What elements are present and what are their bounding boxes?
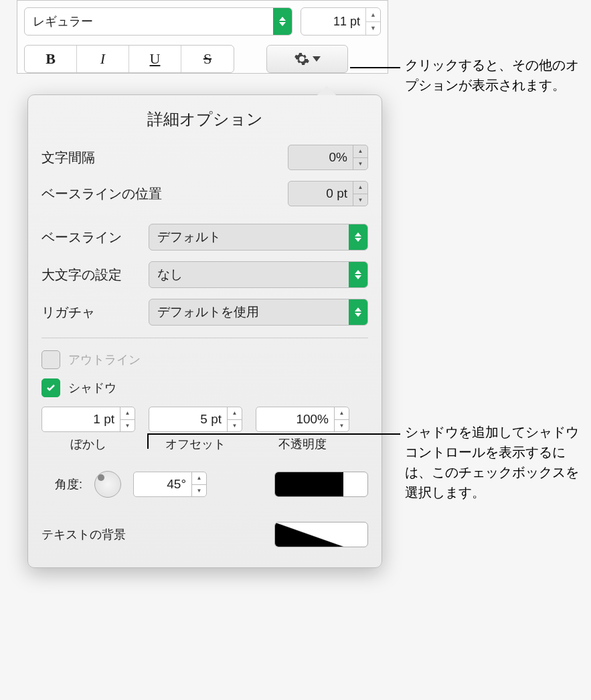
dropdown-arrows-icon: [349, 299, 367, 325]
shadow-checkbox[interactable]: [41, 378, 60, 397]
blur-stepper[interactable]: ▲▼: [120, 407, 135, 431]
outline-label: アウトライン: [68, 352, 141, 368]
dropdown-arrows-icon: [349, 262, 367, 287]
char-spacing-field[interactable]: 0% ▲▼: [288, 145, 368, 170]
shadow-label: シャドウ: [68, 380, 116, 396]
svg-marker-0: [279, 17, 286, 21]
font-size-field[interactable]: 11 pt ▲▼: [301, 7, 381, 36]
font-style-select[interactable]: レギュラー: [24, 7, 292, 36]
shadow-color-well[interactable]: [274, 472, 368, 497]
angle-label: 角度:: [55, 476, 82, 492]
color-swatch: [275, 472, 343, 496]
callout-shadow: シャドウを追加してシャドウコントロールを表示するには、このチェックボックスを選択…: [405, 422, 586, 502]
outline-checkbox[interactable]: [41, 350, 60, 369]
char-spacing-label: 文字間隔: [41, 149, 288, 167]
strike-button[interactable]: S: [181, 46, 234, 72]
baseline-shift-stepper[interactable]: ▲▼: [353, 182, 367, 206]
angle-field[interactable]: 45° ▲▼: [133, 472, 207, 497]
svg-marker-5: [355, 270, 361, 274]
svg-marker-7: [355, 307, 361, 311]
callout-gear: クリックすると、その他のオプションが表示されます。: [405, 55, 579, 95]
callout-line: [350, 67, 400, 68]
gear-icon: [294, 51, 310, 67]
advanced-options-button[interactable]: [266, 45, 348, 73]
angle-dial[interactable]: [94, 471, 121, 498]
font-style-value: レギュラー: [33, 13, 93, 29]
popover-title: 詳細オプション: [41, 109, 368, 130]
italic-button[interactable]: I: [77, 46, 129, 72]
font-size-value: 11 pt: [301, 15, 365, 29]
font-size-stepper[interactable]: ▲▼: [365, 8, 380, 35]
textbg-label: テキストの背景: [41, 527, 126, 543]
dropdown-arrows-icon: [349, 224, 367, 250]
underline-button[interactable]: U: [129, 46, 181, 72]
offset-field[interactable]: 5 pt ▲▼: [149, 407, 242, 432]
advanced-options-popover: 詳細オプション 文字間隔 0% ▲▼ ベースラインの位置 0 pt ▲▼ ベース…: [27, 94, 382, 568]
svg-marker-1: [279, 22, 286, 26]
font-panel: レギュラー 11 pt ▲▼ B I U S 詳細オプション: [17, 0, 388, 74]
color-swatch-none: [275, 522, 343, 547]
bold-button[interactable]: B: [25, 46, 77, 72]
blur-field[interactable]: 1 pt ▲▼: [41, 407, 135, 432]
chevron-down-icon: [313, 56, 321, 62]
opacity-label: 不透明度: [278, 436, 327, 452]
callout-line: [147, 433, 400, 435]
caps-select[interactable]: なし: [149, 261, 368, 288]
baseline-shift-field[interactable]: 0 pt ▲▼: [288, 181, 368, 206]
baseline-shift-label: ベースラインの位置: [41, 185, 288, 203]
opacity-stepper[interactable]: ▲▼: [334, 407, 349, 431]
svg-marker-2: [313, 56, 321, 62]
svg-marker-3: [355, 232, 361, 236]
svg-marker-6: [355, 275, 361, 279]
ligature-label: リガチャ: [41, 303, 149, 322]
offset-label: オフセット: [165, 436, 226, 452]
text-style-group: B I U S: [24, 45, 234, 73]
textbg-color-well[interactable]: [274, 522, 368, 547]
ligature-select[interactable]: デフォルトを使用: [149, 299, 368, 326]
baseline-select[interactable]: デフォルト: [149, 224, 368, 251]
char-spacing-stepper[interactable]: ▲▼: [353, 145, 367, 169]
svg-marker-8: [355, 313, 361, 317]
angle-stepper[interactable]: ▲▼: [191, 472, 206, 496]
dropdown-arrows-icon: [273, 8, 292, 35]
callout-line: [147, 433, 149, 449]
opacity-field[interactable]: 100% ▲▼: [256, 407, 349, 432]
baseline-label: ベースライン: [41, 228, 149, 247]
offset-stepper[interactable]: ▲▼: [227, 407, 242, 431]
blur-label: ぼかし: [70, 436, 106, 452]
svg-marker-4: [355, 238, 361, 242]
caps-label: 大文字の設定: [41, 266, 149, 284]
